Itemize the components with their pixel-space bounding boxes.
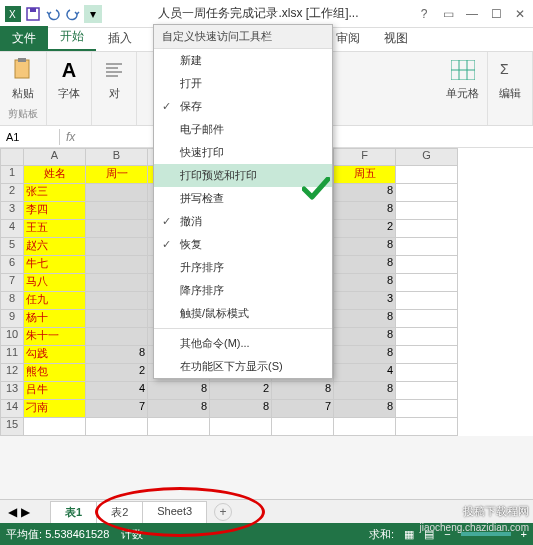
paste-button[interactable]: 粘贴: [9, 56, 37, 101]
row-header[interactable]: 2: [0, 184, 24, 202]
row-header[interactable]: 6: [0, 256, 24, 274]
cell[interactable]: 8: [272, 382, 334, 400]
cell[interactable]: [396, 364, 458, 382]
cell[interactable]: [396, 238, 458, 256]
cell[interactable]: 姓名: [24, 166, 86, 184]
cell[interactable]: 2: [210, 382, 272, 400]
cell[interactable]: [86, 310, 148, 328]
cell[interactable]: [396, 292, 458, 310]
sheet-tab[interactable]: 表1: [50, 501, 97, 523]
tab-view[interactable]: 视图: [372, 26, 420, 51]
cell[interactable]: 8: [334, 328, 396, 346]
cell[interactable]: [86, 274, 148, 292]
col-header[interactable]: G: [396, 148, 458, 166]
cell[interactable]: [272, 418, 334, 436]
cell[interactable]: 8: [334, 238, 396, 256]
cell[interactable]: [396, 346, 458, 364]
tab-insert[interactable]: 插入: [96, 26, 144, 51]
cell[interactable]: 马八: [24, 274, 86, 292]
cell[interactable]: 8: [334, 184, 396, 202]
cell[interactable]: [396, 328, 458, 346]
cell[interactable]: 牛七: [24, 256, 86, 274]
cell[interactable]: [396, 202, 458, 220]
cell[interactable]: 2: [334, 220, 396, 238]
cell[interactable]: 7: [272, 400, 334, 418]
cell[interactable]: 吕牛: [24, 382, 86, 400]
cell[interactable]: [396, 418, 458, 436]
row-header[interactable]: 12: [0, 364, 24, 382]
cell[interactable]: 王五: [24, 220, 86, 238]
cell[interactable]: 周一: [86, 166, 148, 184]
cell[interactable]: [86, 184, 148, 202]
menu-item[interactable]: 在功能区下方显示(S): [154, 355, 332, 378]
name-box[interactable]: A1: [0, 129, 60, 145]
cell[interactable]: 7: [86, 400, 148, 418]
menu-item[interactable]: 新建: [154, 49, 332, 72]
cell[interactable]: 杨十: [24, 310, 86, 328]
cell[interactable]: 8: [334, 400, 396, 418]
cell[interactable]: [396, 220, 458, 238]
cell[interactable]: [86, 202, 148, 220]
cell[interactable]: [396, 400, 458, 418]
menu-item[interactable]: 撤消: [154, 210, 332, 233]
help-icon[interactable]: ?: [415, 5, 433, 23]
tab-home[interactable]: 开始: [48, 24, 96, 51]
cell[interactable]: 李四: [24, 202, 86, 220]
cell[interactable]: [396, 382, 458, 400]
cell[interactable]: [334, 418, 396, 436]
cell[interactable]: [396, 184, 458, 202]
cell[interactable]: [86, 328, 148, 346]
ribbon-display-icon[interactable]: ▭: [439, 5, 457, 23]
row-header[interactable]: 10: [0, 328, 24, 346]
cell[interactable]: 4: [86, 382, 148, 400]
redo-icon[interactable]: [64, 5, 82, 23]
font-button[interactable]: A 字体: [55, 56, 83, 101]
cell[interactable]: [86, 418, 148, 436]
cell[interactable]: 8: [334, 274, 396, 292]
col-header[interactable]: F: [334, 148, 396, 166]
cell[interactable]: [86, 238, 148, 256]
row-header[interactable]: 1: [0, 166, 24, 184]
undo-icon[interactable]: [44, 5, 62, 23]
cell[interactable]: [396, 274, 458, 292]
select-all-corner[interactable]: [0, 148, 24, 166]
new-sheet-button[interactable]: +: [214, 503, 232, 521]
col-header[interactable]: A: [24, 148, 86, 166]
minimize-icon[interactable]: —: [463, 5, 481, 23]
cell[interactable]: 刁南: [24, 400, 86, 418]
cell[interactable]: 张三: [24, 184, 86, 202]
menu-item[interactable]: 打开: [154, 72, 332, 95]
row-header[interactable]: 15: [0, 418, 24, 436]
cell[interactable]: [86, 220, 148, 238]
row-header[interactable]: 5: [0, 238, 24, 256]
row-header[interactable]: 7: [0, 274, 24, 292]
row-header[interactable]: 3: [0, 202, 24, 220]
close-icon[interactable]: ✕: [511, 5, 529, 23]
cell[interactable]: 8: [334, 256, 396, 274]
row-header[interactable]: 4: [0, 220, 24, 238]
fx-icon[interactable]: fx: [60, 130, 81, 144]
cell[interactable]: [24, 418, 86, 436]
menu-item[interactable]: 保存: [154, 95, 332, 118]
sheet-nav-next-icon[interactable]: ▶: [21, 505, 30, 519]
cell[interactable]: [86, 256, 148, 274]
cell[interactable]: [86, 292, 148, 310]
menu-item[interactable]: 触摸/鼠标模式: [154, 302, 332, 325]
menu-item[interactable]: 快速打印: [154, 141, 332, 164]
cell[interactable]: 周五: [334, 166, 396, 184]
cell[interactable]: 8: [148, 400, 210, 418]
cell[interactable]: [396, 256, 458, 274]
row-header[interactable]: 14: [0, 400, 24, 418]
cell[interactable]: 8: [334, 382, 396, 400]
row-header[interactable]: 9: [0, 310, 24, 328]
sheet-tab[interactable]: 表2: [96, 501, 143, 523]
sheet-nav-prev-icon[interactable]: ◀: [8, 505, 17, 519]
cell[interactable]: 赵六: [24, 238, 86, 256]
cell[interactable]: [148, 418, 210, 436]
cell[interactable]: 3: [334, 292, 396, 310]
tab-file[interactable]: 文件: [0, 26, 48, 51]
menu-item[interactable]: 升序排序: [154, 256, 332, 279]
cell[interactable]: 熊包: [24, 364, 86, 382]
cell[interactable]: 8: [334, 202, 396, 220]
row-header[interactable]: 8: [0, 292, 24, 310]
